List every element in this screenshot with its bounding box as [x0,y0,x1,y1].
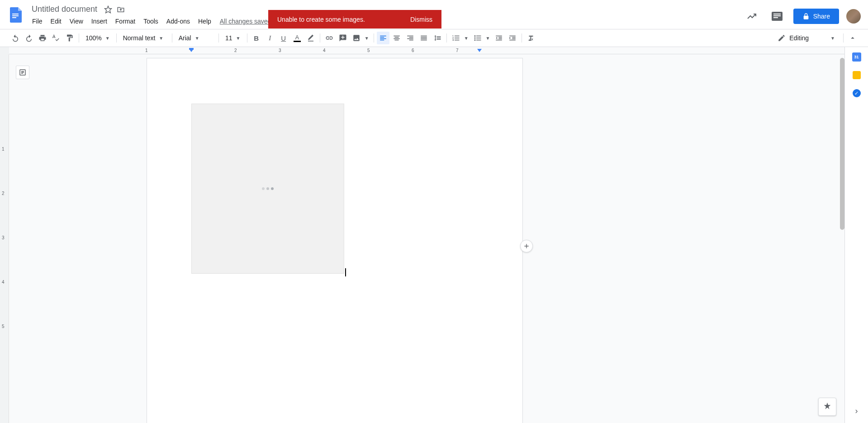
plus-icon [523,242,530,250]
separator [116,33,117,43]
text-color-button[interactable]: A [291,32,304,44]
vertical-scrollbar[interactable] [840,58,844,230]
redo-button[interactable] [23,32,35,44]
undo-button[interactable] [9,32,22,44]
document-outline-button[interactable] [16,66,29,79]
svg-rect-4 [773,14,781,14]
insert-image-button[interactable]: ▼ [350,32,371,44]
align-justify-button[interactable] [417,32,430,44]
highlight-button[interactable] [304,32,317,44]
svg-point-8 [474,38,475,39]
error-banner: Unable to create some images. Dismiss [268,10,441,29]
separator [218,33,219,43]
style-select[interactable]: Normal text▼ [119,32,169,44]
separator [446,33,447,43]
chevron-down-icon: ▼ [462,36,470,41]
menu-addons[interactable]: Add-ons [163,16,193,27]
svg-rect-1 [12,15,19,16]
svg-marker-3 [105,6,112,13]
explore-icon [822,402,832,412]
bulleted-list-button[interactable]: ▼ [471,32,492,44]
format-paint-button[interactable] [63,32,76,44]
print-button[interactable] [36,32,49,44]
zoom-select[interactable]: 100%▼ [82,32,114,44]
chevron-down-icon: ▼ [484,36,492,41]
chevron-down-icon: ▼ [159,36,163,41]
share-button[interactable]: Share [793,9,839,24]
ruler-corner [0,47,9,54]
bold-button[interactable]: B [250,32,263,44]
document-page[interactable] [147,58,523,423]
activity-icon[interactable] [743,7,761,25]
italic-button[interactable]: I [264,32,276,44]
document-title[interactable]: Untitled document [29,4,100,15]
menu-insert[interactable]: Insert [88,16,110,27]
dismiss-button[interactable]: Dismiss [410,16,432,23]
svg-rect-6 [773,17,778,18]
star-icon[interactable] [104,5,113,14]
separator [247,33,247,43]
side-panel: 31 ✓ › [844,47,868,423]
add-comment-bubble[interactable] [520,240,533,252]
chevron-down-icon: ▼ [363,36,371,41]
svg-rect-2 [12,17,16,18]
horizontal-ruler[interactable]: 1 2 3 4 5 6 7 [0,47,868,54]
calendar-app-icon[interactable]: 31 [852,52,861,62]
svg-point-7 [474,35,475,37]
menu-format[interactable]: Format [112,16,138,27]
menu-tools[interactable]: Tools [140,16,161,27]
pencil-icon [778,34,786,42]
collapse-toolbar-button[interactable] [846,32,859,44]
separator [374,33,374,43]
editing-mode-label: Editing [789,34,809,42]
image-placeholder[interactable] [191,104,344,274]
menu-file[interactable]: File [29,16,46,27]
lock-icon [802,13,810,20]
menu-help[interactable]: Help [195,16,214,27]
separator [172,33,172,43]
menu-view[interactable]: View [66,16,86,27]
header-actions: Share [743,7,861,25]
docs-logo[interactable] [7,5,25,24]
font-select[interactable]: Arial▼ [175,32,216,44]
svg-point-9 [474,39,475,41]
chevron-down-icon: ▼ [195,36,199,41]
user-avatar[interactable] [846,9,861,24]
numbered-list-button[interactable]: ▼ [450,32,470,44]
link-button[interactable] [323,32,336,44]
align-left-button[interactable] [377,32,389,44]
svg-rect-5 [773,15,781,16]
explore-button[interactable] [818,398,836,416]
indent-decrease-button[interactable] [493,32,505,44]
line-spacing-button[interactable] [431,32,444,44]
move-to-folder-icon[interactable] [116,5,125,14]
keep-app-icon[interactable] [852,71,861,80]
separator [320,33,320,43]
align-right-button[interactable] [404,32,417,44]
font-size-select[interactable]: 11▼ [222,32,244,44]
indent-increase-button[interactable] [506,32,519,44]
editing-mode-select[interactable]: Editing ▼ [772,34,840,42]
text-cursor [345,268,346,276]
comments-icon[interactable] [768,7,786,25]
separator [79,33,79,43]
underline-button[interactable]: U [277,32,290,44]
ruler-right-indent[interactable] [477,49,482,52]
menu-edit[interactable]: Edit [47,16,65,27]
document-scroll-area[interactable] [9,54,844,423]
tasks-app-icon[interactable]: ✓ [852,89,861,98]
svg-rect-0 [12,14,19,14]
chevron-down-icon: ▼ [830,36,835,41]
expand-sidepanel-button[interactable]: › [855,406,858,416]
vertical-ruler[interactable]: 1 2 3 4 5 [0,54,9,423]
drive-status[interactable]: All changes saved [216,16,275,27]
toolbar: 100%▼ Normal text▼ Arial▼ 11▼ B I U A ▼ … [0,29,868,47]
share-label: Share [813,13,830,20]
clear-formatting-button[interactable] [525,32,537,44]
separator [843,33,844,43]
add-comment-button[interactable] [337,32,349,44]
separator [522,33,522,43]
ruler-first-line-indent[interactable] [189,49,194,52]
align-center-button[interactable] [390,32,403,44]
spellcheck-button[interactable] [50,32,62,44]
